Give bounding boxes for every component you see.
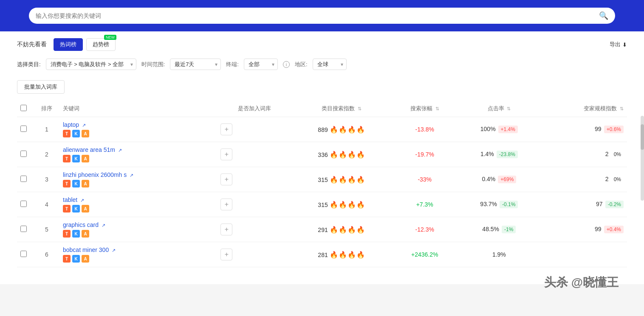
sort-seller-icon[interactable]: ⇅ xyxy=(620,106,624,112)
ctr-badge: -0.1% xyxy=(500,201,518,208)
growth-value: -33% xyxy=(418,176,432,183)
row-checkbox[interactable] xyxy=(20,251,27,257)
row-checkbox-cell xyxy=(17,117,34,142)
tag-row: TKA xyxy=(63,155,214,162)
add-to-library-button[interactable]: + xyxy=(220,173,232,185)
add-to-library-button[interactable]: + xyxy=(220,199,232,210)
batch-add-button[interactable]: 批量加入词库 xyxy=(17,80,65,94)
add-to-library-cell: + xyxy=(217,217,291,242)
terminal-select[interactable]: 全部 xyxy=(244,59,278,70)
info-icon[interactable]: i xyxy=(283,61,290,68)
row-checkbox-cell xyxy=(17,192,34,217)
sort-search-index-icon[interactable]: ⇅ xyxy=(358,106,362,112)
seller-index-cell xyxy=(540,242,627,267)
search-input[interactable] xyxy=(36,12,599,19)
col-rank: 排序 xyxy=(34,101,59,117)
search-index-value: 889 🔥🔥🔥🔥 xyxy=(318,126,365,133)
ctr-badge: -23.8% xyxy=(497,151,518,158)
flames: 🔥🔥🔥🔥 xyxy=(330,251,365,258)
new-badge: NEW xyxy=(104,35,116,40)
flames: 🔥🔥🔥🔥 xyxy=(330,176,365,183)
main-content: 不妨先看看 热词榜 趋势榜 NEW 导出 ⬇ 选择类目: 消费电子 > 电脑及软… xyxy=(0,31,644,284)
tag-a: A xyxy=(82,155,89,162)
scrollbar[interactable] xyxy=(641,116,644,201)
export-button[interactable]: 导出 ⬇ xyxy=(610,41,627,48)
tab-hot[interactable]: 热词榜 xyxy=(54,38,83,51)
table-row: 1 laptop ↗ TKA + 889 🔥🔥🔥🔥 -13.8% 100%+1.… xyxy=(17,117,627,142)
search-index-value: 281 🔥🔥🔥🔥 xyxy=(318,252,365,258)
search-button[interactable]: 🔍 xyxy=(599,11,608,20)
tag-k: K xyxy=(72,155,80,162)
sort-ctr-icon[interactable]: ⇅ xyxy=(507,106,511,112)
growth-cell: +7.3% xyxy=(392,192,458,217)
external-link-icon: ↗ xyxy=(80,198,84,203)
keyword-link[interactable]: graphics card xyxy=(63,221,99,228)
keyword-link[interactable]: tablet xyxy=(63,196,77,203)
ctr-cell: 100%+1.4% xyxy=(458,117,540,142)
terminal-filter-label: 终端: xyxy=(226,61,239,68)
tag-row: TKA xyxy=(63,130,214,137)
add-to-library-button[interactable]: + xyxy=(220,148,232,160)
keyword-link[interactable]: laptop xyxy=(63,121,79,128)
filters-row: 选择类目: 消费电子 > 电脑及软件 > 全部 时间范围: 最近7天 终端: 全… xyxy=(17,54,627,77)
search-index-value: 291 🔥🔥🔥🔥 xyxy=(318,227,365,233)
keyword-link[interactable]: linzhi phoenix 2600mh s xyxy=(63,171,127,178)
search-index-cell: 281 🔥🔥🔥🔥 xyxy=(291,242,392,267)
seller-index-value: 99 xyxy=(595,126,602,132)
row-checkbox[interactable] xyxy=(20,201,27,207)
tag-t: T xyxy=(63,230,71,238)
export-label: 导出 xyxy=(610,41,621,48)
tag-t: T xyxy=(63,255,71,263)
flames: 🔥🔥🔥🔥 xyxy=(330,126,365,133)
keywords-table: 排序 关键词 是否加入词库 类目搜索指数 ⇅ 搜索张幅 ⇅ 点击率 ⇅ 变家规模… xyxy=(17,101,627,267)
table-row: 3 linzhi phoenix 2600mh s ↗ TKA + 315 🔥🔥… xyxy=(17,167,627,192)
growth-value: -12.3% xyxy=(415,226,434,233)
select-all-checkbox[interactable] xyxy=(20,105,27,111)
external-link-icon: ↗ xyxy=(130,173,133,178)
tag-a: A xyxy=(82,205,89,213)
col-growth: 搜索张幅 ⇅ xyxy=(392,101,458,117)
flames: 🔥🔥🔥🔥 xyxy=(330,151,365,158)
ctr-cell: 0.4%+69% xyxy=(458,167,540,192)
add-to-library-button[interactable]: + xyxy=(220,249,232,260)
category-select-wrapper: 消费电子 > 电脑及软件 > 全部 xyxy=(46,59,136,70)
time-select[interactable]: 最近7天 xyxy=(170,59,221,70)
ctr-badge: -1% xyxy=(502,226,516,233)
external-link-icon: ↗ xyxy=(82,123,86,128)
seller-index-cell: 20% xyxy=(540,142,627,167)
keyword-link[interactable]: alienware area 51m xyxy=(63,146,115,153)
row-checkbox[interactable] xyxy=(20,176,27,182)
flames: 🔥🔥🔥🔥 xyxy=(330,201,365,208)
row-checkbox-cell xyxy=(17,242,34,267)
add-to-library-cell: + xyxy=(217,142,291,167)
seller-badge: -0.2% xyxy=(605,201,624,208)
row-checkbox[interactable] xyxy=(20,151,27,157)
tag-row: TKA xyxy=(63,255,214,263)
table-header-row: 排序 关键词 是否加入词库 类目搜索指数 ⇅ 搜索张幅 ⇅ 点击率 ⇅ 变家规模… xyxy=(17,101,627,117)
category-select[interactable]: 消费电子 > 电脑及软件 > 全部 xyxy=(46,59,136,70)
ctr-value: 48.5% xyxy=(482,226,499,232)
seller-index-cell: 97-0.2% xyxy=(540,192,627,217)
tab-trend[interactable]: 趋势榜 xyxy=(86,38,116,51)
time-select-wrapper: 最近7天 xyxy=(170,59,221,70)
row-checkbox[interactable] xyxy=(20,126,27,132)
scrollbar-thumb[interactable] xyxy=(641,124,644,150)
growth-value: +7.3% xyxy=(416,201,433,208)
tag-t: T xyxy=(63,130,71,137)
region-filter-label: 地区: xyxy=(295,61,308,68)
search-index-cell: 291 🔥🔥🔥🔥 xyxy=(291,217,392,242)
sort-growth-icon[interactable]: ⇅ xyxy=(435,106,439,112)
row-checkbox[interactable] xyxy=(20,226,27,232)
add-to-library-button[interactable]: + xyxy=(220,123,232,135)
region-select[interactable]: 全球 xyxy=(313,59,347,70)
col-added: 是否加入词库 xyxy=(217,101,291,117)
table-row: 5 graphics card ↗ TKA + 291 🔥🔥🔥🔥 -12.3% … xyxy=(17,217,627,242)
seller-badge: 0% xyxy=(611,151,624,158)
add-to-library-button[interactable]: + xyxy=(220,224,232,235)
growth-value: +2436.2% xyxy=(411,251,438,258)
seller-index-value: 99 xyxy=(595,226,602,232)
region-select-wrapper: 全球 xyxy=(313,59,347,70)
seller-index-cell: 20% xyxy=(540,167,627,192)
tabs-row: 不妨先看看 热词榜 趋势榜 NEW 导出 ⬇ xyxy=(17,31,627,54)
keyword-link[interactable]: bobcat miner 300 xyxy=(63,246,109,253)
